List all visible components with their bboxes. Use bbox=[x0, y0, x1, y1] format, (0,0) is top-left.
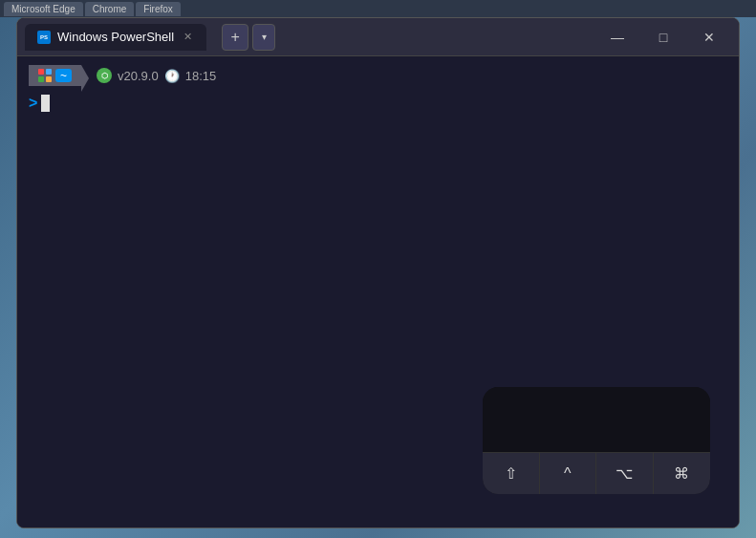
clock-icon: 🕐 bbox=[164, 69, 180, 83]
taskbar-tab-firefox: Firefox bbox=[136, 2, 181, 16]
window-controls: — □ ✕ bbox=[595, 22, 731, 53]
tab-dropdown-button[interactable]: ▾ bbox=[252, 24, 275, 51]
minimize-button[interactable]: — bbox=[595, 22, 639, 53]
cmd-key[interactable]: ⌘ bbox=[654, 452, 711, 494]
keyboard-keys: ⇧ ^ ⌥ ⌘ bbox=[483, 452, 710, 494]
taskbar-behind: Microsoft Edge Chrome Firefox bbox=[0, 0, 756, 17]
windows-icon bbox=[38, 69, 52, 82]
powershell-window: Windows PowerShell ✕ + ▾ — □ ✕ ~ bbox=[16, 17, 740, 528]
tab-controls: + ▾ bbox=[222, 24, 275, 51]
title-tab[interactable]: Windows PowerShell ✕ bbox=[25, 24, 206, 51]
alt-key[interactable]: ⌥ bbox=[596, 452, 654, 494]
ctrl-key[interactable]: ^ bbox=[540, 452, 597, 494]
new-tab-button[interactable]: + bbox=[222, 24, 248, 51]
prompt-arrow: > bbox=[29, 95, 37, 112]
keyboard-display-area bbox=[483, 387, 710, 452]
close-button[interactable]: ✕ bbox=[687, 22, 731, 53]
cursor-block bbox=[41, 95, 50, 112]
tab-label: Windows PowerShell bbox=[57, 30, 174, 44]
ps-logo-icon bbox=[36, 30, 52, 45]
prompt-status-bar: ~ ⬡ v20.9.0 🕐 18:15 bbox=[29, 64, 727, 87]
command-prompt-line: > bbox=[29, 95, 727, 112]
status-segment-version: ⬡ v20.9.0 🕐 18:15 bbox=[81, 64, 226, 87]
time-label: 18:15 bbox=[185, 69, 217, 83]
ps-square-icon bbox=[37, 31, 51, 44]
title-bar: Windows PowerShell ✕ + ▾ — □ ✕ bbox=[17, 18, 739, 56]
taskbar-tab-edge: Microsoft Edge bbox=[4, 2, 83, 16]
node-icon: ⬡ bbox=[97, 68, 112, 83]
close-tab-button[interactable]: ✕ bbox=[180, 30, 195, 45]
status-segment-windows: ~ bbox=[29, 65, 81, 86]
terminal-content[interactable]: ~ ⬡ v20.9.0 🕐 18:15 > ⇧ ^ ⌥ ⌘ bbox=[17, 56, 739, 527]
tilde-badge: ~ bbox=[55, 69, 72, 82]
keyboard-panel: ⇧ ^ ⌥ ⌘ bbox=[483, 387, 710, 494]
version-label: v20.9.0 bbox=[118, 69, 159, 83]
taskbar-tab-chrome: Chrome bbox=[85, 2, 135, 16]
shift-key[interactable]: ⇧ bbox=[483, 452, 540, 494]
maximize-button[interactable]: □ bbox=[641, 22, 685, 53]
